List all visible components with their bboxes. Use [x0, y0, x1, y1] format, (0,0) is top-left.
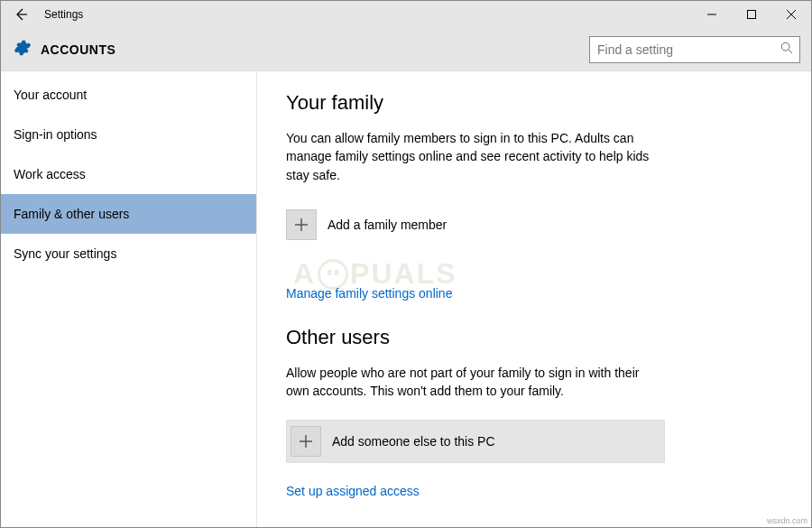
svg-point-1 — [781, 42, 789, 51]
attribution-text: wsxdn.com — [767, 516, 807, 525]
back-arrow-icon — [14, 7, 28, 22]
add-other-user-button[interactable]: Add someone else to this PC — [286, 420, 665, 463]
sidebar-item-label: Your account — [14, 88, 87, 102]
sidebar-item-label: Family & other users — [14, 207, 129, 221]
family-description: You can allow family members to sign in … — [286, 129, 665, 184]
plus-icon — [286, 209, 317, 240]
add-other-user-label: Add someone else to this PC — [332, 434, 495, 449]
sidebar: Your account Sign-in options Work access… — [1, 71, 257, 527]
other-users-heading: Other users — [286, 326, 782, 349]
add-family-label: Add a family member — [328, 218, 447, 232]
maximize-button[interactable] — [732, 1, 771, 28]
window-controls — [692, 1, 811, 28]
assigned-access-link[interactable]: Set up assigned access — [286, 484, 420, 498]
gear-icon — [14, 39, 32, 60]
sidebar-item-label: Work access — [14, 167, 86, 181]
family-heading: Your family — [286, 91, 782, 115]
header: ACCOUNTS — [1, 28, 811, 71]
search-container — [589, 36, 800, 63]
maximize-icon — [747, 10, 756, 19]
back-button[interactable] — [1, 1, 41, 28]
close-button[interactable] — [771, 1, 811, 28]
window-title: Settings — [44, 8, 83, 21]
sidebar-item-family-other-users[interactable]: Family & other users — [1, 194, 256, 234]
minimize-button[interactable] — [692, 1, 732, 28]
svg-rect-0 — [748, 11, 756, 19]
search-icon — [780, 42, 793, 58]
plus-icon — [291, 426, 321, 457]
page-title: ACCOUNTS — [41, 42, 115, 57]
content-pane: A PUALS Your family You can allow family… — [257, 71, 811, 527]
close-icon — [787, 10, 796, 19]
other-users-description: Allow people who are not part of your fa… — [286, 364, 665, 401]
add-family-member-button[interactable]: Add a family member — [286, 204, 665, 245]
main-body: Your account Sign-in options Work access… — [1, 71, 811, 527]
titlebar: Settings — [1, 1, 811, 28]
sidebar-item-work-access[interactable]: Work access — [1, 154, 256, 194]
manage-family-link[interactable]: Manage family settings online — [286, 286, 452, 301]
sidebar-item-label: Sign-in options — [14, 127, 97, 142]
sidebar-item-signin-options[interactable]: Sign-in options — [1, 115, 256, 154]
search-input[interactable] — [589, 36, 800, 63]
minimize-icon — [707, 10, 716, 19]
sidebar-item-sync-your-settings[interactable]: Sync your settings — [1, 234, 256, 273]
sidebar-item-your-account[interactable]: Your account — [1, 75, 256, 115]
sidebar-item-label: Sync your settings — [14, 246, 116, 261]
